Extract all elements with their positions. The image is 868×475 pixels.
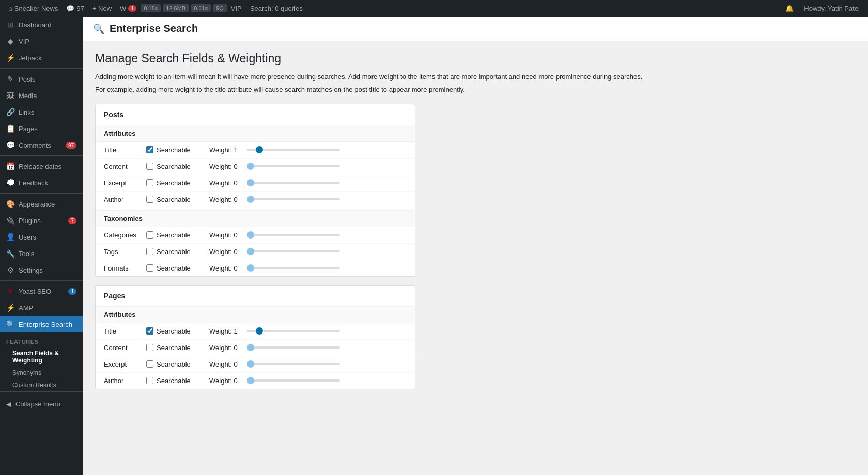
- weight-slider-tags[interactable]: [247, 250, 340, 252]
- debug-time: 0.18s: [141, 4, 161, 12]
- admin-menu: ⊞ Dashboard ◆ VIP ⚡ Jetpack ✎ Posts 🖼 Me…: [0, 17, 83, 475]
- new-content-link[interactable]: + New: [88, 0, 116, 17]
- sidebar-item-tools[interactable]: 🔧 Tools: [0, 245, 83, 262]
- sidebar-item-enterprise-search[interactable]: 🔍 Enterprise Search: [0, 316, 83, 332]
- links-icon: 🔗: [6, 108, 14, 116]
- searchable-label-tags[interactable]: Searchable: [157, 248, 191, 256]
- sidebar-item-feedback[interactable]: 💭 Feedback: [0, 175, 83, 191]
- weight-slider-formats[interactable]: [247, 267, 340, 269]
- sidebar-item-comments[interactable]: 💬 Comments 97: [0, 137, 83, 153]
- searchable-checkbox-content[interactable]: [146, 163, 153, 170]
- header-search-icon: 🔍: [93, 23, 104, 35]
- field-searchable-formats: Searchable: [146, 264, 203, 272]
- weight-slider-categories[interactable]: [247, 234, 340, 236]
- page-title: Manage Search Fields & Weighting: [95, 52, 856, 66]
- pages-searchable-checkbox-title[interactable]: [146, 327, 153, 335]
- table-row: Excerpt Searchable Weight: 0: [96, 175, 415, 192]
- pages-field-searchable-content: Searchable: [146, 344, 203, 352]
- vip-link[interactable]: VIP: [227, 0, 246, 17]
- weight-slider-excerpt[interactable]: [247, 182, 340, 184]
- field-searchable-excerpt: Searchable: [146, 179, 203, 187]
- adminbar-right: 🔔 Howdy, Yatin Patel: [781, 0, 864, 17]
- searchable-label-content[interactable]: Searchable: [157, 163, 191, 170]
- sidebar-bottom: ◀ Collapse menu: [0, 391, 83, 416]
- pages-weight-slider-content[interactable]: [247, 346, 340, 349]
- sidebar-item-release-dates[interactable]: 📅 Release dates: [0, 158, 83, 175]
- weight-slider-content[interactable]: [247, 165, 340, 167]
- page-header: 🔍 Enterprise Search: [83, 17, 868, 41]
- searchable-label-formats[interactable]: Searchable: [157, 264, 191, 272]
- sidebar-label-dashboard: Dashboard: [19, 21, 52, 29]
- pages-field-searchable-title: Searchable: [146, 327, 203, 335]
- sidebar-item-users[interactable]: 👤 Users: [0, 229, 83, 245]
- searchable-checkbox-title[interactable]: [146, 146, 153, 153]
- searchable-checkbox-tags[interactable]: [146, 248, 153, 255]
- pages-searchable-checkbox-excerpt[interactable]: [146, 360, 153, 368]
- sidebar-item-amp[interactable]: ⚡ AMP: [0, 299, 83, 316]
- page-content-area: Manage Search Fields & Weighting Adding …: [83, 41, 868, 408]
- sidebar-item-media[interactable]: 🖼 Media: [0, 87, 83, 104]
- pages-weight-slider-excerpt[interactable]: [247, 363, 340, 365]
- searchable-label-author[interactable]: Searchable: [157, 196, 191, 203]
- pages-field-name-excerpt: Excerpt: [104, 360, 140, 368]
- pages-searchable-checkbox-author[interactable]: [146, 377, 153, 384]
- vip-label: VIP: [231, 5, 242, 12]
- submenu-item-custom-results[interactable]: Custom Results: [0, 379, 83, 391]
- enterprise-search-icon: 🔍: [6, 320, 14, 328]
- submenu-item-search-fields[interactable]: Search Fields & Weighting: [0, 347, 83, 367]
- weight-slider-author[interactable]: [247, 198, 340, 200]
- vip-menu-icon: ◆: [6, 37, 14, 45]
- weight-label-author: Weight: 0: [209, 196, 243, 203]
- debug-memory: 12.6MB: [163, 4, 189, 12]
- field-weight-content: Weight: 0: [209, 163, 407, 170]
- field-searchable-tags: Searchable: [146, 248, 203, 256]
- pages-searchable-label-author[interactable]: Searchable: [157, 377, 191, 385]
- notifications-link[interactable]: 🔔: [781, 0, 798, 17]
- sidebar-label-enterprise-search: Enterprise Search: [19, 321, 72, 328]
- searchable-label-excerpt[interactable]: Searchable: [157, 179, 191, 187]
- pages-field-weight-author: Weight: 0: [209, 377, 407, 385]
- searchable-checkbox-excerpt[interactable]: [146, 179, 153, 186]
- table-row: Title Searchable Weight: 1: [96, 142, 415, 159]
- pages-searchable-checkbox-content[interactable]: [146, 344, 153, 351]
- pages-section-title: Pages: [96, 286, 415, 307]
- sidebar-label-tools: Tools: [19, 250, 34, 258]
- table-row: Author Searchable Weight: 0: [96, 192, 415, 208]
- sidebar-item-pages[interactable]: 📋 Pages: [0, 120, 83, 137]
- sidebar-item-dashboard[interactable]: ⊞ Dashboard: [0, 17, 83, 33]
- submenu-item-synonyms[interactable]: Synonyms: [0, 367, 83, 379]
- sidebar-item-posts[interactable]: ✎ Posts: [0, 71, 83, 87]
- sidebar-item-settings[interactable]: ⚙ Settings: [0, 262, 83, 278]
- sidebar-item-jetpack[interactable]: ⚡ Jetpack: [0, 50, 83, 66]
- posts-attributes-header: Attributes: [96, 125, 415, 142]
- searchable-label-title[interactable]: Searchable: [157, 146, 191, 154]
- searchable-checkbox-author[interactable]: [146, 196, 153, 203]
- weight-label-tags: Weight: 0: [209, 248, 243, 256]
- table-row: Categories Searchable Weight: 0: [96, 227, 415, 244]
- pages-searchable-label-excerpt[interactable]: Searchable: [157, 360, 191, 368]
- sidebar-item-yoast-seo[interactable]: Y Yoast SEO 1: [0, 283, 83, 299]
- pages-searchable-label-title[interactable]: Searchable: [157, 327, 191, 335]
- features-label: Features: [0, 332, 83, 347]
- pages-searchable-label-content[interactable]: Searchable: [157, 344, 191, 352]
- field-weight-tags: Weight: 0: [209, 248, 407, 256]
- searchable-checkbox-categories[interactable]: [146, 231, 153, 239]
- search-queries-info: Search: 0 queries: [246, 0, 307, 17]
- collapse-menu-button[interactable]: ◀ Collapse menu: [0, 396, 83, 412]
- sidebar-item-vip[interactable]: ◆ VIP: [0, 33, 83, 50]
- field-weight-author: Weight: 0: [209, 196, 407, 203]
- new-label: + New: [92, 5, 112, 12]
- weight-slider-title[interactable]: [247, 149, 340, 151]
- site-name-link[interactable]: ⌂ Sneaker News: [4, 0, 62, 17]
- sidebar-item-plugins[interactable]: 🔌 Plugins 7: [0, 212, 83, 229]
- sidebar-item-appearance[interactable]: 🎨 Appearance: [0, 196, 83, 212]
- dashboard-icon: ⊞: [6, 21, 14, 29]
- pages-weight-slider-title[interactable]: [247, 330, 340, 332]
- sidebar-item-links[interactable]: 🔗 Links: [0, 104, 83, 120]
- user-profile-link[interactable]: Howdy, Yatin Patel: [800, 0, 864, 17]
- searchable-checkbox-formats[interactable]: [146, 264, 153, 272]
- searchable-label-categories[interactable]: Searchable: [157, 231, 191, 239]
- wp-version-link[interactable]: W 1: [116, 0, 141, 17]
- pages-weight-slider-author[interactable]: [247, 379, 340, 382]
- comments-link[interactable]: 💬 97: [62, 0, 88, 17]
